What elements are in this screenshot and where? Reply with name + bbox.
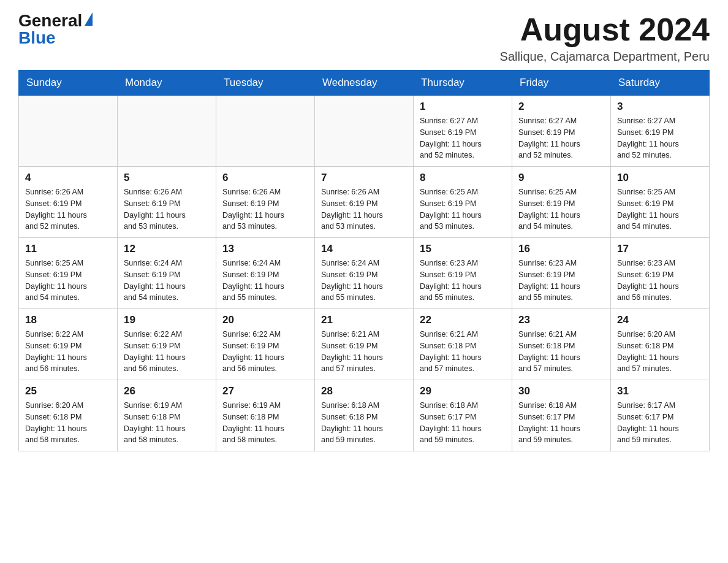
day-info: Sunrise: 6:26 AMSunset: 6:19 PMDaylight:… <box>321 186 407 232</box>
logo: General Blue <box>18 12 93 47</box>
calendar-week-row: 25Sunrise: 6:20 AMSunset: 6:18 PMDayligh… <box>19 380 710 451</box>
day-info: Sunrise: 6:25 AMSunset: 6:19 PMDaylight:… <box>617 186 703 232</box>
calendar-cell: 10Sunrise: 6:25 AMSunset: 6:19 PMDayligh… <box>611 167 710 238</box>
day-info: Sunrise: 6:17 AMSunset: 6:17 PMDaylight:… <box>617 400 703 446</box>
day-info: Sunrise: 6:22 AMSunset: 6:19 PMDaylight:… <box>25 329 111 375</box>
calendar-cell: 3Sunrise: 6:27 AMSunset: 6:19 PMDaylight… <box>611 96 710 167</box>
calendar-cell: 27Sunrise: 6:19 AMSunset: 6:18 PMDayligh… <box>216 380 315 451</box>
calendar-cell: 5Sunrise: 6:26 AMSunset: 6:19 PMDaylight… <box>118 167 216 238</box>
day-info: Sunrise: 6:20 AMSunset: 6:18 PMDaylight:… <box>25 400 111 446</box>
calendar-cell: 17Sunrise: 6:23 AMSunset: 6:19 PMDayligh… <box>611 238 710 309</box>
day-number: 25 <box>25 385 111 397</box>
column-header-tuesday: Tuesday <box>216 71 315 96</box>
day-info: Sunrise: 6:26 AMSunset: 6:19 PMDaylight:… <box>222 186 308 232</box>
day-number: 1 <box>420 101 506 113</box>
day-number: 30 <box>518 385 604 397</box>
day-info: Sunrise: 6:25 AMSunset: 6:19 PMDaylight:… <box>25 258 111 304</box>
day-number: 5 <box>124 172 210 184</box>
day-number: 22 <box>420 314 506 326</box>
day-number: 23 <box>518 314 604 326</box>
column-header-thursday: Thursday <box>414 71 512 96</box>
calendar-cell: 19Sunrise: 6:22 AMSunset: 6:19 PMDayligh… <box>118 309 216 380</box>
day-number: 14 <box>321 243 407 255</box>
column-header-sunday: Sunday <box>19 71 118 96</box>
day-info: Sunrise: 6:25 AMSunset: 6:19 PMDaylight:… <box>518 186 604 232</box>
calendar-cell: 1Sunrise: 6:27 AMSunset: 6:19 PMDaylight… <box>414 96 512 167</box>
calendar-cell: 9Sunrise: 6:25 AMSunset: 6:19 PMDaylight… <box>512 167 611 238</box>
day-number: 27 <box>222 385 308 397</box>
calendar-cell: 2Sunrise: 6:27 AMSunset: 6:19 PMDaylight… <box>512 96 611 167</box>
day-info: Sunrise: 6:23 AMSunset: 6:19 PMDaylight:… <box>617 258 703 304</box>
day-number: 8 <box>420 172 506 184</box>
calendar-cell: 22Sunrise: 6:21 AMSunset: 6:18 PMDayligh… <box>414 309 512 380</box>
calendar-cell: 24Sunrise: 6:20 AMSunset: 6:18 PMDayligh… <box>611 309 710 380</box>
column-header-wednesday: Wednesday <box>315 71 414 96</box>
calendar-cell: 18Sunrise: 6:22 AMSunset: 6:19 PMDayligh… <box>19 309 118 380</box>
day-number: 11 <box>25 243 111 255</box>
calendar-week-row: 1Sunrise: 6:27 AMSunset: 6:19 PMDaylight… <box>19 96 710 167</box>
calendar-cell: 30Sunrise: 6:18 AMSunset: 6:17 PMDayligh… <box>512 380 611 451</box>
day-number: 4 <box>25 172 111 184</box>
day-info: Sunrise: 6:24 AMSunset: 6:19 PMDaylight:… <box>321 258 407 304</box>
day-number: 2 <box>518 101 604 113</box>
month-year-title: August 2024 <box>500 12 710 47</box>
day-info: Sunrise: 6:25 AMSunset: 6:19 PMDaylight:… <box>420 186 506 232</box>
calendar-cell: 4Sunrise: 6:26 AMSunset: 6:19 PMDaylight… <box>19 167 118 238</box>
calendar-cell: 8Sunrise: 6:25 AMSunset: 6:19 PMDaylight… <box>414 167 512 238</box>
day-number: 13 <box>222 243 308 255</box>
column-header-friday: Friday <box>512 71 611 96</box>
day-info: Sunrise: 6:21 AMSunset: 6:19 PMDaylight:… <box>321 329 407 375</box>
day-number: 16 <box>518 243 604 255</box>
calendar-cell: 6Sunrise: 6:26 AMSunset: 6:19 PMDaylight… <box>216 167 315 238</box>
logo-triangle-icon <box>85 12 93 26</box>
day-info: Sunrise: 6:21 AMSunset: 6:18 PMDaylight:… <box>518 329 604 375</box>
day-number: 9 <box>518 172 604 184</box>
day-info: Sunrise: 6:27 AMSunset: 6:19 PMDaylight:… <box>420 115 506 161</box>
calendar-cell <box>118 96 216 167</box>
day-number: 31 <box>617 385 703 397</box>
day-info: Sunrise: 6:23 AMSunset: 6:19 PMDaylight:… <box>518 258 604 304</box>
day-info: Sunrise: 6:18 AMSunset: 6:17 PMDaylight:… <box>518 400 604 446</box>
day-number: 21 <box>321 314 407 326</box>
day-info: Sunrise: 6:26 AMSunset: 6:19 PMDaylight:… <box>124 186 210 232</box>
calendar-week-row: 18Sunrise: 6:22 AMSunset: 6:19 PMDayligh… <box>19 309 710 380</box>
calendar-cell: 11Sunrise: 6:25 AMSunset: 6:19 PMDayligh… <box>19 238 118 309</box>
location-subtitle: Sallique, Cajamarca Department, Peru <box>500 50 710 64</box>
day-info: Sunrise: 6:18 AMSunset: 6:18 PMDaylight:… <box>321 400 407 446</box>
calendar-cell: 21Sunrise: 6:21 AMSunset: 6:19 PMDayligh… <box>315 309 414 380</box>
day-number: 29 <box>420 385 506 397</box>
calendar-cell: 29Sunrise: 6:18 AMSunset: 6:17 PMDayligh… <box>414 380 512 451</box>
day-number: 7 <box>321 172 407 184</box>
calendar-cell: 13Sunrise: 6:24 AMSunset: 6:19 PMDayligh… <box>216 238 315 309</box>
calendar-cell <box>315 96 414 167</box>
page-header: General Blue August 2024 Sallique, Cajam… <box>18 12 710 64</box>
day-info: Sunrise: 6:21 AMSunset: 6:18 PMDaylight:… <box>420 329 506 375</box>
day-number: 3 <box>617 101 703 113</box>
calendar-cell: 14Sunrise: 6:24 AMSunset: 6:19 PMDayligh… <box>315 238 414 309</box>
day-number: 17 <box>617 243 703 255</box>
day-info: Sunrise: 6:22 AMSunset: 6:19 PMDaylight:… <box>124 329 210 375</box>
day-info: Sunrise: 6:24 AMSunset: 6:19 PMDaylight:… <box>222 258 308 304</box>
calendar-header-row: SundayMondayTuesdayWednesdayThursdayFrid… <box>19 71 710 96</box>
calendar-cell: 16Sunrise: 6:23 AMSunset: 6:19 PMDayligh… <box>512 238 611 309</box>
day-number: 6 <box>222 172 308 184</box>
calendar-cell: 25Sunrise: 6:20 AMSunset: 6:18 PMDayligh… <box>19 380 118 451</box>
day-info: Sunrise: 6:20 AMSunset: 6:18 PMDaylight:… <box>617 329 703 375</box>
day-info: Sunrise: 6:26 AMSunset: 6:19 PMDaylight:… <box>25 186 111 232</box>
calendar-cell: 28Sunrise: 6:18 AMSunset: 6:18 PMDayligh… <box>315 380 414 451</box>
day-number: 18 <box>25 314 111 326</box>
calendar-cell: 7Sunrise: 6:26 AMSunset: 6:19 PMDaylight… <box>315 167 414 238</box>
column-header-monday: Monday <box>118 71 216 96</box>
title-section: August 2024 Sallique, Cajamarca Departme… <box>500 12 710 64</box>
calendar-cell: 31Sunrise: 6:17 AMSunset: 6:17 PMDayligh… <box>611 380 710 451</box>
day-number: 19 <box>124 314 210 326</box>
day-number: 26 <box>124 385 210 397</box>
calendar-week-row: 11Sunrise: 6:25 AMSunset: 6:19 PMDayligh… <box>19 238 710 309</box>
day-info: Sunrise: 6:24 AMSunset: 6:19 PMDaylight:… <box>124 258 210 304</box>
calendar-cell: 23Sunrise: 6:21 AMSunset: 6:18 PMDayligh… <box>512 309 611 380</box>
column-header-saturday: Saturday <box>611 71 710 96</box>
calendar-cell: 12Sunrise: 6:24 AMSunset: 6:19 PMDayligh… <box>118 238 216 309</box>
day-number: 10 <box>617 172 703 184</box>
day-info: Sunrise: 6:19 AMSunset: 6:18 PMDaylight:… <box>124 400 210 446</box>
logo-general-text: General <box>18 12 82 29</box>
